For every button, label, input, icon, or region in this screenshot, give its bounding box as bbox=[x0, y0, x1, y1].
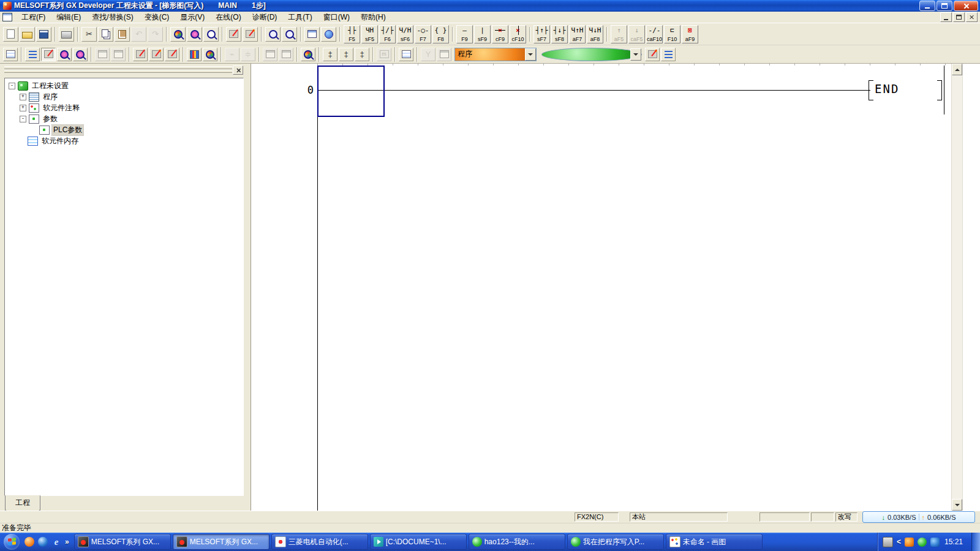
fkey-af9-delete-line[interactable]: ⊠aF9 bbox=[682, 25, 698, 43]
menu-project[interactable]: 工程(F) bbox=[16, 12, 51, 23]
tab-project[interactable]: 工程 bbox=[5, 495, 40, 511]
fkey-sf6-parallel-closed-contact[interactable]: Ч/НsF6 bbox=[397, 25, 413, 43]
sampling-trace-button[interactable]: Y bbox=[421, 48, 435, 61]
tree-item-label[interactable]: 程序 bbox=[42, 92, 59, 102]
tree-item-device-memory[interactable]: 软元件内存 bbox=[5, 135, 243, 146]
parameter-setting-button[interactable] bbox=[187, 48, 202, 61]
fkey-sf7-rising-pulse[interactable]: ┤↑├sF7 bbox=[533, 25, 550, 43]
tree-item-program[interactable]: + 程序 bbox=[5, 91, 243, 102]
combo-dropdown-button[interactable] bbox=[630, 48, 641, 61]
menu-diagnostics[interactable]: 诊断(D) bbox=[247, 12, 283, 23]
fkey-cf9-delete-horizontal-line[interactable]: ×cF9 bbox=[492, 25, 508, 43]
fkey-f7-coil[interactable]: -○-F7 bbox=[415, 25, 431, 43]
fkey-af8-parallel-falling-pulse[interactable]: Ч↓НaF8 bbox=[587, 25, 603, 43]
fkey-af7-parallel-rising-pulse[interactable]: Ч↑НaF7 bbox=[569, 25, 586, 43]
tree-item-device-comment[interactable]: + 软元件注释 bbox=[5, 102, 243, 113]
tree-item-label[interactable]: 参数 bbox=[42, 114, 59, 124]
expander-expand-icon[interactable]: + bbox=[20, 94, 26, 100]
quick-launch-messenger-icon[interactable] bbox=[38, 537, 48, 547]
fkey-f10-draw-line[interactable]: ⊏F10 bbox=[664, 25, 680, 43]
tree-item-project-root[interactable]: - 工程未设置 bbox=[5, 80, 243, 91]
tree-item-label-selected[interactable]: PLC参数 bbox=[52, 125, 83, 135]
copy-button[interactable] bbox=[98, 27, 113, 42]
mdi-child-icon[interactable] bbox=[2, 13, 12, 21]
menu-find-replace[interactable]: 查找/替换(S) bbox=[86, 12, 138, 23]
menu-online[interactable]: 在线(O) bbox=[210, 12, 246, 23]
menu-view[interactable]: 显示(V) bbox=[175, 12, 210, 23]
monitor-write-mode-button[interactable] bbox=[111, 48, 126, 61]
find-device-use-button[interactable] bbox=[282, 27, 297, 42]
write-mode-button[interactable] bbox=[73, 48, 88, 61]
redo-button[interactable]: ↷ bbox=[148, 27, 163, 42]
quick-launch-chevron[interactable]: » bbox=[65, 538, 69, 546]
fkey-f9-horizontal-line[interactable]: —F9 bbox=[456, 25, 473, 43]
find-contact-coil-button[interactable] bbox=[265, 27, 281, 42]
fkey-f5-open-contact[interactable]: ┤├F5 bbox=[344, 25, 360, 43]
entry-data-monitor-button[interactable] bbox=[203, 48, 217, 61]
program-select-combo[interactable]: 程序 bbox=[454, 48, 537, 61]
mdi-restore-button[interactable] bbox=[953, 12, 965, 22]
panel-close-button[interactable] bbox=[233, 66, 243, 75]
taskbar-button-chat[interactable]: 我在把程序写入P... bbox=[567, 534, 664, 550]
fkey-f6-closed-contact[interactable]: ┤/├F6 bbox=[379, 25, 396, 43]
device-test-button[interactable]: ‡ bbox=[355, 48, 369, 61]
printer-tray-icon[interactable] bbox=[883, 537, 893, 547]
statement-display-button[interactable] bbox=[661, 48, 676, 61]
monitor-mode-button-2[interactable] bbox=[95, 48, 110, 61]
save-project-button[interactable] bbox=[36, 27, 51, 42]
project-data-list-button[interactable] bbox=[304, 27, 320, 42]
replace-string-button[interactable] bbox=[243, 27, 258, 42]
step-run-button[interactable]: ⌁ bbox=[225, 48, 239, 61]
tree-item-label[interactable]: 软元件内存 bbox=[40, 136, 80, 146]
panel-header[interactable] bbox=[0, 64, 248, 77]
device-batch-monitor-button[interactable]: ‡ bbox=[323, 48, 337, 61]
zoom-monitor-button[interactable] bbox=[301, 48, 315, 61]
edit-mode-button[interactable] bbox=[41, 48, 56, 61]
tree-item-label[interactable]: 工程未设置 bbox=[31, 81, 70, 91]
taskbar-button-mitsubishi-doc[interactable]: 三菱电机自动化(... bbox=[271, 534, 368, 550]
tray-collapse-chevron[interactable]: < bbox=[897, 538, 901, 546]
fkey-sf5-parallel-open-contact[interactable]: ЧНsF5 bbox=[361, 25, 378, 43]
find-string-button[interactable] bbox=[203, 27, 219, 42]
online-write-button[interactable] bbox=[133, 48, 148, 61]
tree-item-label[interactable]: 软元件注释 bbox=[42, 103, 81, 113]
network-speed-widget[interactable]: 0.03KB/S 0.06KB/S bbox=[862, 511, 975, 523]
expander-collapse-icon[interactable]: - bbox=[20, 116, 26, 122]
new-project-button[interactable] bbox=[3, 27, 18, 42]
taskbar-button-media-player[interactable]: [C:\DOCUME~1\... bbox=[370, 534, 467, 550]
quick-launch-browser-icon[interactable] bbox=[24, 537, 34, 547]
taskbar-button-melsoft-1[interactable]: MELSOFT系列 GX... bbox=[74, 534, 171, 550]
menu-edit[interactable]: 编辑(E) bbox=[51, 12, 86, 23]
replace-device-button[interactable] bbox=[226, 27, 241, 42]
macro-button[interactable] bbox=[399, 48, 413, 61]
monitor-mode-button[interactable] bbox=[321, 27, 336, 42]
online-read-button[interactable] bbox=[149, 48, 164, 61]
taskbar-button-paint[interactable]: 未命名 - 画图 bbox=[666, 534, 763, 550]
menu-tools[interactable]: 工具(T) bbox=[282, 12, 317, 23]
fkey-caf10-invert-result[interactable]: -/-caF10 bbox=[646, 25, 663, 43]
fkey-af5-rising-pulse-op[interactable]: ↑aF5 bbox=[611, 25, 627, 43]
scroll-up-button[interactable] bbox=[952, 64, 962, 75]
fkey-cf10-delete-vertical-line[interactable]: ×cF10 bbox=[510, 25, 526, 43]
program-list-monitor-button[interactable] bbox=[437, 48, 451, 61]
comment-display-button[interactable] bbox=[645, 48, 660, 61]
menu-window[interactable]: 窗口(W) bbox=[318, 12, 355, 23]
print-button[interactable] bbox=[59, 27, 74, 42]
combo-dropdown-button[interactable] bbox=[525, 48, 536, 61]
online-verify-button[interactable] bbox=[165, 48, 179, 61]
fkey-caf5-falling-pulse-op[interactable]: ↓caF5 bbox=[628, 25, 645, 43]
expander-collapse-icon[interactable]: - bbox=[9, 83, 15, 89]
tray-shield-icon[interactable] bbox=[930, 538, 940, 547]
vertical-scrollbar[interactable] bbox=[951, 64, 962, 511]
fkey-f8-application-instruction[interactable]: { }F8 bbox=[432, 25, 449, 43]
mdi-minimize-button[interactable] bbox=[940, 12, 952, 22]
buffer-memory-monitor-button[interactable]: m bbox=[377, 48, 391, 61]
ladder-logic-test-button[interactable] bbox=[3, 48, 18, 61]
open-project-button[interactable] bbox=[20, 27, 35, 42]
cut-button[interactable]: ✂ bbox=[81, 27, 97, 42]
cascade-windows-button[interactable] bbox=[263, 48, 277, 61]
ladder-editor[interactable]: 0 END bbox=[251, 64, 951, 511]
tray-app-icon-2[interactable] bbox=[918, 538, 927, 547]
expander-expand-icon[interactable]: + bbox=[20, 105, 26, 111]
device-registration-monitor-button[interactable]: ‡ bbox=[339, 48, 353, 61]
